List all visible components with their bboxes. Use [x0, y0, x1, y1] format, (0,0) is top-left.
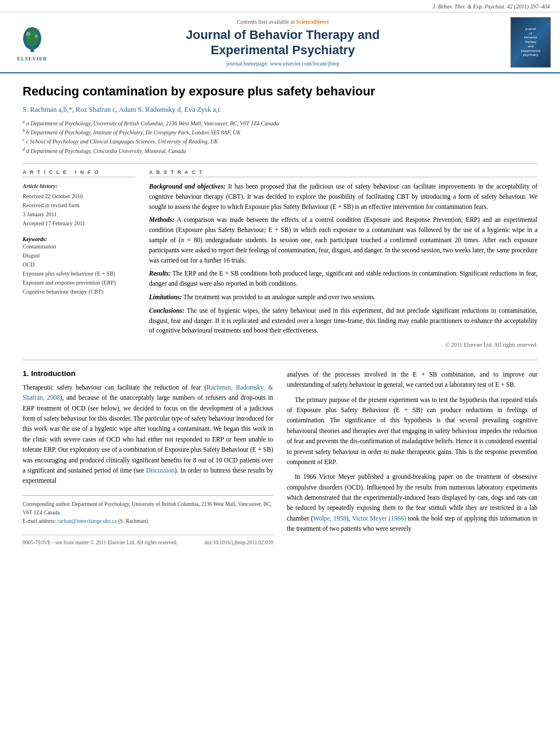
- section-divider-2: [23, 360, 537, 360]
- footnote-email-line: E-mail address: rachan@interchange.ubc.c…: [23, 517, 273, 526]
- abstract-limitations-text: The treatment was provided to an analogu…: [183, 294, 375, 300]
- article-title: Reducing contamination by exposure plus …: [23, 84, 537, 100]
- journal-ref-text: J. Behav. Ther. & Exp. Psychiat. 42 (201…: [432, 3, 550, 10]
- journal-homepage[interactable]: journal homepage: www.elsevier.com/locat…: [226, 60, 339, 67]
- affiliation-a: a a Department of Psychology, University…: [23, 119, 537, 128]
- cover-text: journalofbehaviortherapyandexperimentalp…: [521, 27, 540, 58]
- abstract-results: Results: The ERP and the E + SB conditio…: [149, 269, 537, 289]
- journal-title: Journal of Behavior Therapy and Experime…: [186, 27, 380, 58]
- section-divider-1: [23, 163, 537, 164]
- affiliation-c: c c School of Psychology and Clinical La…: [23, 137, 537, 146]
- intro-heading: 1. Introduction: [23, 369, 273, 378]
- article-info-abstract-section: A R T I C L E I N F O Article history: R…: [23, 169, 537, 350]
- footnote-block: Corresponding author. Department of Psyc…: [23, 500, 273, 526]
- keyword-3: OCD: [23, 260, 135, 269]
- contents-available-text: Contents lists available at: [237, 19, 294, 25]
- copyright-line: © 2011 Elsevier Ltd. All rights reserved…: [149, 340, 537, 350]
- svg-point-4: [34, 34, 38, 38]
- intro-para-right-1: analyses of the processes involved in th…: [287, 369, 537, 390]
- article-content: Reducing contamination by exposure plus …: [0, 73, 560, 557]
- svg-point-3: [26, 32, 30, 36]
- footnote-divider: [23, 495, 273, 496]
- abstract-label: A B S T R A C T: [149, 169, 537, 177]
- sciencedirect-line: Contents lists available at ScienceDirec…: [237, 19, 329, 25]
- intro-para-right-3: In 1966 Victor Meyer published a ground-…: [287, 471, 537, 534]
- footnote-star-line: Corresponding author. Department of Psyc…: [23, 500, 273, 517]
- accepted-date: Accepted 17 February 2011: [23, 219, 135, 228]
- body-section: 1. Introduction Therapeutic safety behav…: [23, 369, 537, 545]
- abstract-conclusions: Conclusions: The use of hygienic wipes, …: [149, 306, 537, 336]
- abstract-background: Background and objectives: It has been p…: [149, 182, 537, 212]
- affiliation-b: b b Department of Psychology, Institute …: [23, 128, 537, 137]
- keyword-6: Cognitive behaviour therapy (CBT): [23, 287, 135, 296]
- journal-title-line1: Journal of Behavior Therapy and: [186, 28, 380, 42]
- issn-text: 0005-7916/$ – see front matter © 2011 El…: [23, 540, 178, 545]
- right-column-abstract: A B S T R A C T Background and objective…: [149, 169, 537, 350]
- wolpe-ref-link[interactable]: Wolpe, 1958: [313, 515, 347, 522]
- article-info-label: A R T I C L E I N F O: [23, 169, 135, 177]
- discussion-ref-link[interactable]: Discussion: [146, 467, 174, 474]
- revised-label: Received in revised form: [23, 201, 135, 210]
- abstract-conclusions-text: The use of hygienic wipes, the safety be…: [149, 307, 537, 334]
- left-column: A R T I C L E I N F O Article history: R…: [23, 169, 135, 350]
- elsevier-label: ELSEVIER: [17, 56, 47, 62]
- rachman-ref-link[interactable]: Rachman, Radomsky, & Shafran, 2008: [23, 384, 273, 401]
- intro-body-left: Therapeutic safety behaviour can facilit…: [23, 382, 273, 486]
- affiliations: a a Department of Psychology, University…: [23, 119, 537, 155]
- keywords-section: Keywords: Contamination Disgust OCD Expo…: [23, 236, 135, 296]
- elsevier-tree-icon: [17, 24, 48, 55]
- journal-title-line2: Experimental Psychiatry: [211, 43, 355, 57]
- journal-cover-thumbnail: journalofbehaviortherapyandexperimentalp…: [510, 17, 551, 68]
- affiliation-d: d d Department of Psychology, Concordia …: [23, 146, 537, 155]
- footnote-corresponding-label: Corresponding: [23, 501, 54, 507]
- keywords-header: Keywords:: [23, 236, 135, 242]
- intro-para-right-2: The primary purpose of the present exper…: [287, 395, 537, 468]
- sciencedirect-link[interactable]: ScienceDirect: [296, 19, 329, 25]
- page: J. Behav. Ther. & Exp. Psychiat. 42 (201…: [0, 0, 560, 747]
- footnote-email-link[interactable]: rachan@interchange.ubc.ca: [58, 518, 117, 524]
- keyword-1: Contamination: [23, 242, 135, 251]
- keyword-4: Exposure plus safety behaviour (E + SB): [23, 269, 135, 278]
- footnote-star-text: author. Department of Psychology, Univer…: [23, 501, 272, 516]
- received-date: Received 22 October 2010: [23, 192, 135, 201]
- keyword-2: Disgust: [23, 251, 135, 260]
- abstract-limitations: Limitations: The treatment was provided …: [149, 292, 537, 303]
- abstract-methods: Methods: A comparison was made between t…: [149, 215, 537, 265]
- footnote-email-suffix: (S. Rachman).: [118, 518, 149, 524]
- journal-cover-section: journalofbehaviortherapyandexperimentalp…: [508, 17, 553, 68]
- abstract-results-text: The ERP and the E + SB conditions both p…: [149, 270, 537, 287]
- authors-text: S. Rachman a,b,*, Roz Shafran c, Adam S.…: [23, 106, 221, 113]
- elsevier-logo: ELSEVIER: [17, 24, 48, 62]
- footnote-email-label: E-mail address:: [23, 518, 56, 524]
- bottom-bar: 0005-7916/$ – see front matter © 2011 El…: [23, 535, 273, 545]
- article-info-block: Article history: Received 22 October 201…: [23, 182, 135, 228]
- body-left-column: 1. Introduction Therapeutic safety behav…: [23, 369, 273, 545]
- top-ref-bar: J. Behav. Ther. & Exp. Psychiat. 42 (201…: [0, 0, 560, 12]
- abstract-methods-text: A comparison was made between the effect…: [149, 216, 537, 263]
- article-authors: S. Rachman a,b,*, Roz Shafran c, Adam S.…: [23, 106, 537, 114]
- intro-para-1: Therapeutic safety behaviour can facilit…: [23, 382, 273, 486]
- doi-text: doi:10.1016/j.jbtep.2011.02.010: [204, 540, 273, 545]
- journal-title-section: Contents lists available at ScienceDirec…: [63, 17, 502, 68]
- journal-header: ELSEVIER Contents lists available at Sci…: [0, 12, 560, 73]
- article-history-header: Article history:: [23, 182, 135, 191]
- meyer-ref-link[interactable]: Victor Meyer (1966): [352, 515, 406, 522]
- revised-date: 3 January 2011: [23, 210, 135, 219]
- body-right-column: analyses of the processes involved in th…: [287, 369, 537, 545]
- abstract-text: Background and objectives: It has been p…: [149, 182, 537, 350]
- keyword-5: Exposure and response prevention (ERP): [23, 278, 135, 287]
- intro-body-right: analyses of the processes involved in th…: [287, 369, 537, 534]
- elsevier-logo-section: ELSEVIER: [7, 17, 58, 68]
